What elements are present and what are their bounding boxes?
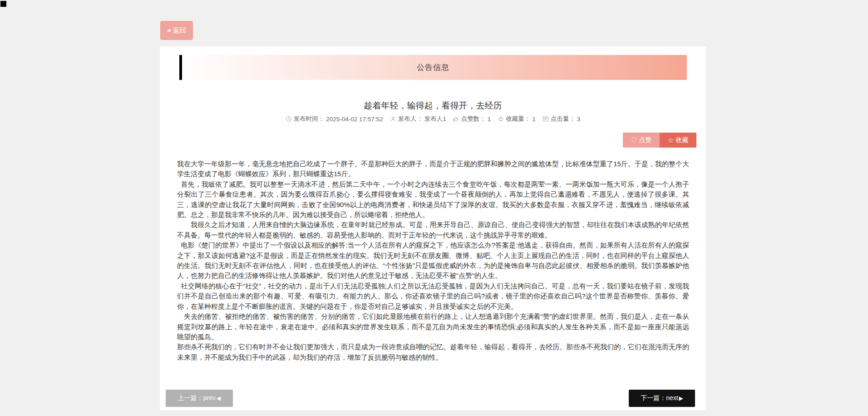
article-actions: ♡ 点赞 ☆ 收藏 [623, 133, 696, 148]
meta-label: 发布时间： [294, 115, 325, 123]
prev-arrow-icon: ◀ [217, 396, 221, 401]
meta-value: 1 [532, 116, 536, 123]
article-paragraph: 我很久之后才知道，人用来自憎的大脑边缘系统，在童年时就已经形成。可是，用来开导自… [177, 220, 689, 240]
next-button-label: 下一篇：next [641, 394, 678, 402]
meta-value: 3 [577, 116, 581, 123]
like-button[interactable]: ♡ 点赞 [623, 133, 660, 148]
article-paragraph: 电影《楚门的世界》中提出了一个假设以及相应的解答:当一个人活在所有人的窥探之下，… [177, 240, 689, 281]
meta-like-count: 点赞数：1 [453, 115, 491, 123]
article-paragraph: 那些杀不死我们的，它们有时并不会让我们更加强大，而只是成为一段诗意或自嘲的记忆。… [177, 342, 689, 362]
back-arrow-icon: ◀ [167, 28, 171, 33]
next-arrow-icon: ▶ [679, 396, 683, 401]
favorite-button[interactable]: ☆ 收藏 [660, 133, 696, 148]
corner-square [0, 1, 6, 7]
banner-accent-bar [179, 55, 182, 80]
article-paragraph: 首先，我皈依了减肥。我可以整整一天滴水不进，然后第二天中午，一个小时之内连续去三… [177, 179, 689, 220]
prev-article-button[interactable]: 上一篇：prev ◀ [166, 390, 233, 407]
meta-click-count: 点击量：3 [542, 115, 581, 123]
banner: 公告信息 [179, 55, 687, 80]
like-button-label: 点赞 [639, 136, 651, 144]
meta-value: 1 [488, 116, 491, 123]
next-article-button[interactable]: 下一篇：next ▶ [629, 390, 695, 407]
meta-label: 点赞数： [461, 115, 486, 123]
meta-publish-time: 发布时间：2025-04-02 17:57:52 [286, 115, 383, 123]
article-paragraph: 社交网络的核心在于“社交”，社交的动力，是出于人们无法忍受孤独;人们之所以无法忍… [177, 281, 689, 312]
meta-value: 发布人1 [424, 115, 446, 123]
document-icon [542, 116, 549, 122]
article-paragraph: 我在大学一年级那一年，毫无悬念地把自己吃成了一个胖子。不是那种巨大的胖子，而是介… [177, 159, 689, 179]
announcement-page: ◀ 返回 公告信息 趁着年轻，输得起，看得开，去经历 发布时间：2025-04-… [0, 0, 868, 416]
thumbsup-icon [453, 116, 459, 122]
article-paragraph: 失去的痛苦、被拒绝的痛苦、被伤害的痛苦、分别的痛苦，它们如此显眼地横在前行的路上… [177, 312, 689, 342]
meta-label: 点击量： [551, 115, 575, 123]
meta-value: 2025-04-02 17:57:52 [326, 116, 383, 123]
heart-icon: ♡ [631, 137, 637, 144]
article-title: 趁着年轻，输得起，看得开，去经历 [160, 100, 706, 112]
announcement-card: 公告信息 趁着年轻，输得起，看得开，去经历 发布时间：2025-04-02 17… [160, 46, 706, 410]
back-button-label: 返回 [173, 26, 186, 35]
person-icon [390, 116, 396, 122]
meta-publisher: 发布人：发布人1 [390, 115, 446, 123]
meta-favorite-count: 收藏量：1 [498, 115, 536, 123]
article-body: 我在大学一年级那一年，毫无悬念地把自己吃成了一个胖子。不是那种巨大的胖子，而是介… [177, 159, 689, 362]
article-meta: 发布时间：2025-04-02 17:57:52 发布人：发布人1 点赞数：1 … [160, 115, 706, 123]
star-icon [498, 116, 504, 122]
prev-button-label: 上一篇：prev [178, 394, 216, 402]
banner-title: 公告信息 [417, 62, 449, 73]
meta-label: 发布人： [398, 115, 423, 123]
clock-icon [286, 116, 292, 122]
star-outline-icon: ☆ [668, 137, 674, 144]
back-button[interactable]: ◀ 返回 [160, 21, 193, 40]
favorite-button-label: 收藏 [676, 136, 688, 144]
meta-label: 收藏量： [506, 115, 530, 123]
